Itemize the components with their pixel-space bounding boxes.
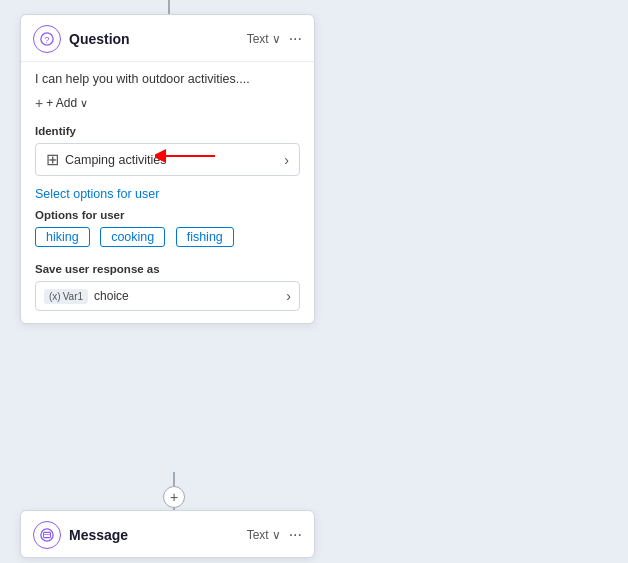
option-fishing: fishing [176,227,234,247]
select-options-link[interactable]: Select options for user [35,187,159,201]
add-step-button[interactable]: + [163,486,185,508]
save-chevron-icon: › [286,288,291,304]
save-response-section: Save user response as (x) Var1 choice › [35,263,300,311]
choice-text: choice [94,289,286,303]
message-icon [33,521,61,549]
save-response-row[interactable]: (x) Var1 choice › [35,281,300,311]
identify-chevron-icon: › [284,152,289,168]
options-label: Options for user [35,209,300,221]
message-card-title: Message [69,527,247,543]
identify-label: Identify [35,125,300,137]
add-button[interactable]: + + Add ∨ [35,95,88,111]
card-type: Text ∨ [247,32,281,46]
option-hiking: hiking [35,227,90,247]
question-svg: ? [40,32,54,46]
message-card: Message Text ∨ ··· [20,510,315,558]
red-arrow [155,145,220,167]
svg-text:?: ? [45,35,50,45]
grid-icon: ⊞ [46,150,59,169]
user-options-panel-wrapper: User options for Camping activities ✕ 🔍 … [320,240,622,521]
card-body: I can help you with outdoor activities..… [21,62,314,311]
message-card-type: Text ∨ [247,528,281,542]
card-more-button[interactable]: ··· [289,30,302,48]
card-header: ? Question Text ∨ ··· [21,15,314,62]
card-title: Question [69,31,247,47]
card-message: I can help you with outdoor activities..… [35,72,300,86]
options-list: hiking cooking fishing [35,227,300,253]
var-badge: (x) Var1 [44,289,88,304]
message-card-header: Message Text ∨ ··· [21,511,314,557]
question-icon: ? [33,25,61,53]
svg-rect-5 [44,532,51,537]
save-label: Save user response as [35,263,300,275]
question-card: ? Question Text ∨ ··· I can help you wit… [20,14,315,324]
message-card-more-button[interactable]: ··· [289,526,302,544]
svg-point-4 [41,529,53,541]
option-cooking: cooking [100,227,165,247]
